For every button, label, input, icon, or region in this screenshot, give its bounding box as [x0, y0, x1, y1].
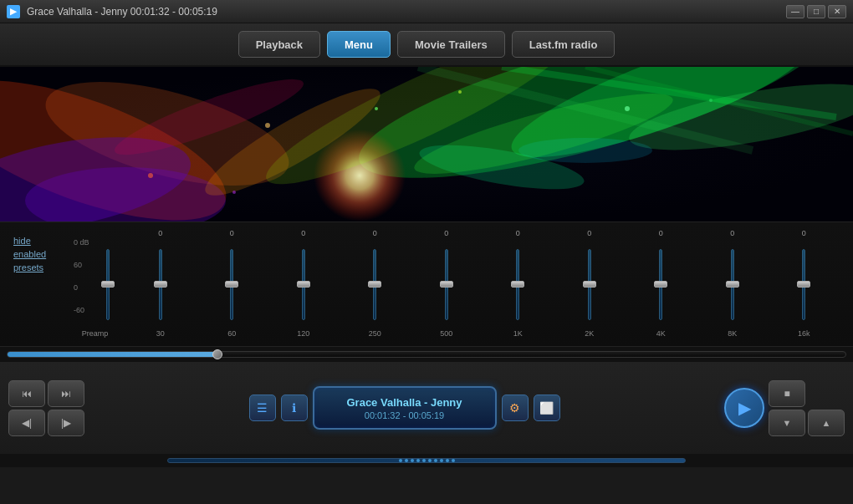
svg-point-15: [265, 123, 270, 128]
eq-thumb-4k[interactable]: [654, 281, 667, 288]
eq-slider-2k[interactable]: [588, 241, 591, 328]
eq-preamp-slider[interactable]: [106, 241, 110, 328]
minimize-button[interactable]: —: [786, 5, 804, 18]
eq-thumb-8k[interactable]: [726, 281, 739, 288]
svg-point-16: [375, 107, 378, 110]
eq-thumb-60[interactable]: [225, 281, 238, 288]
eq-val-8k: 0: [730, 229, 734, 239]
eq-slider-30[interactable]: [159, 241, 162, 328]
eq-thumb-250[interactable]: [368, 281, 381, 288]
eq-slider-1k[interactable]: [516, 241, 519, 328]
progress-bar[interactable]: [7, 351, 846, 358]
eq-preamp-thumb[interactable]: [101, 281, 115, 288]
window-mode-icon: ⬜: [539, 401, 554, 415]
left-transport-group: ⏮ ⏭ ◀| |▶: [8, 380, 84, 436]
eq-val-1k: 0: [516, 229, 520, 239]
eq-slider-16k[interactable]: [802, 241, 805, 328]
eq-thumb-120[interactable]: [297, 281, 310, 288]
volume-track[interactable]: [167, 458, 686, 463]
close-button[interactable]: ✕: [828, 5, 846, 18]
eq-thumb-30[interactable]: [154, 281, 167, 288]
vol-down-button[interactable]: ▼: [769, 410, 805, 436]
svg-point-20: [148, 173, 153, 178]
eq-slider-250[interactable]: [373, 241, 376, 328]
eq-band-16k: 0 16k: [769, 229, 840, 339]
vol-dot: [452, 459, 455, 462]
tab-playback[interactable]: Playback: [238, 31, 320, 58]
progress-thumb[interactable]: [212, 349, 222, 359]
eq-label-16k: 16k: [798, 329, 810, 339]
window-mode-button[interactable]: ⬜: [534, 395, 560, 421]
vol-dot: [446, 459, 449, 462]
vol-dot: [399, 459, 402, 462]
settings-icon: ⚙: [509, 401, 520, 415]
nav-bar: Playback Menu Movie Trailers Last.fm rad…: [0, 23, 853, 67]
eq-val-500: 0: [444, 229, 448, 239]
play-button[interactable]: ▶: [724, 388, 764, 428]
info-icon: ℹ: [292, 401, 296, 415]
eq-preamp-track[interactable]: [106, 249, 110, 320]
eq-slider-500[interactable]: [445, 241, 448, 328]
eq-band-120: 0 120: [268, 229, 340, 339]
skip-forward-button[interactable]: ⏭: [48, 380, 84, 407]
vol-dot: [411, 459, 414, 462]
playlist-button[interactable]: ☰: [249, 395, 276, 421]
eq-enabled-link[interactable]: enabled: [13, 249, 72, 259]
eq-band-60: 0 60: [197, 229, 268, 339]
vis-background: [0, 67, 853, 221]
eq-label-8k: 8K: [728, 329, 737, 339]
track-title: Grace Valhalla - Jenny: [346, 396, 462, 409]
tab-menu[interactable]: Menu: [327, 31, 391, 58]
eq-slider-4k[interactable]: [659, 241, 662, 328]
restore-button[interactable]: □: [807, 5, 825, 18]
eq-val-60: 0: [230, 229, 234, 239]
svg-point-18: [625, 106, 630, 111]
info-button[interactable]: ℹ: [281, 395, 308, 421]
display-top-row: ☰ ℹ Grace Valhalla - Jenny 00:01:32 - 00…: [95, 386, 713, 430]
vol-dot: [416, 459, 420, 462]
eq-val-250: 0: [373, 229, 377, 239]
eq-thumb-16k[interactable]: [797, 281, 810, 288]
visualizer: [0, 67, 853, 221]
skip-back-button[interactable]: ⏮: [8, 380, 45, 407]
eq-thumb-500[interactable]: [440, 281, 453, 288]
vol-dot: [440, 459, 443, 462]
vol-up-button[interactable]: ▲: [808, 410, 845, 436]
eq-thumb-2k[interactable]: [583, 281, 596, 288]
next-track-button[interactable]: |▶: [48, 410, 84, 436]
eq-band-250: 0 250: [340, 229, 411, 339]
vol-dot: [428, 459, 432, 462]
eq-label-4k: 4K: [656, 329, 666, 339]
transport: ⏮ ⏭ ◀| |▶ ☰ ℹ Grace Valhalla - Jenny 00:…: [0, 362, 853, 454]
center-display: ☰ ℹ Grace Valhalla - Jenny 00:01:32 - 00…: [89, 386, 720, 430]
eq-thumb-1k[interactable]: [511, 281, 524, 288]
right-transport-group: ■ ▼ ▲: [769, 380, 845, 436]
eq-label-120: 120: [297, 329, 309, 339]
eq-bands: 0 30 0 60 0 120 0 250: [125, 229, 840, 339]
svg-point-17: [458, 90, 462, 94]
settings-button[interactable]: ⚙: [502, 395, 529, 421]
eq-slider-60[interactable]: [230, 241, 233, 328]
prev-track-button[interactable]: ◀|: [8, 410, 45, 436]
top-nav-row: ⏮ ⏭: [8, 380, 84, 407]
vol-dot: [405, 459, 408, 462]
stop-button[interactable]: ■: [769, 380, 805, 407]
eq-slider-8k[interactable]: [731, 241, 734, 328]
eq-val-16k: 0: [802, 229, 806, 239]
tab-lastfm[interactable]: Last.fm radio: [512, 31, 615, 58]
eq-val-4k: 0: [659, 229, 663, 239]
eq-slider-120[interactable]: [302, 241, 305, 328]
eq-band-500: 0 500: [411, 229, 483, 339]
window-controls: — □ ✕: [786, 5, 846, 18]
eq-label-2k: 2K: [585, 329, 594, 339]
progress-area[interactable]: [0, 347, 853, 362]
eq-preamp-scale: 0 dB 60 0 -60: [74, 239, 89, 329]
right-top-row: ■: [769, 380, 845, 407]
track-display: Grace Valhalla - Jenny 00:01:32 - 00:05:…: [313, 386, 497, 430]
eq-presets-link[interactable]: presets: [13, 262, 72, 272]
volume-area[interactable]: [0, 454, 853, 467]
track-time: 00:01:32 - 00:05:19: [365, 410, 444, 420]
tab-movie-trailers[interactable]: Movie Trailers: [397, 31, 505, 58]
playlist-icon: ☰: [257, 401, 268, 415]
eq-hide-link[interactable]: hide: [13, 236, 72, 246]
